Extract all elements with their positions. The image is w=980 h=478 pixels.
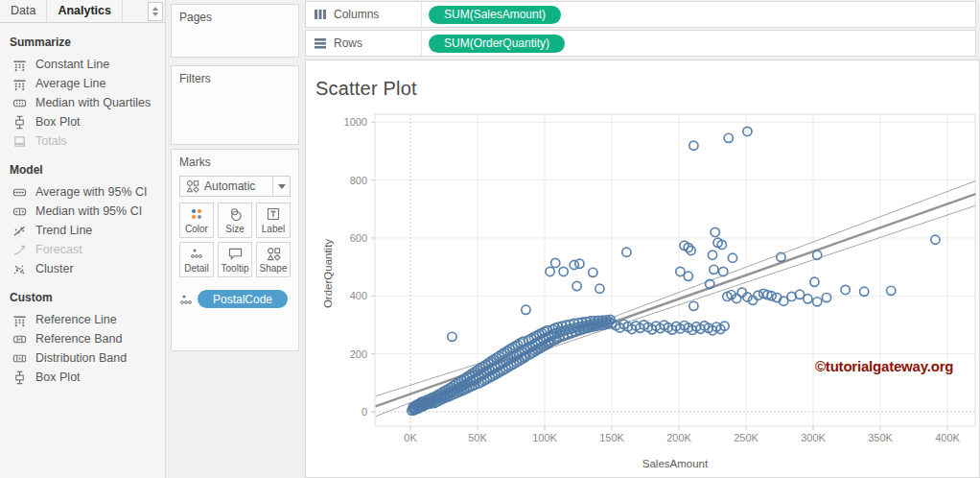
- scatter-mark[interactable]: [743, 127, 752, 135]
- size-icon: [228, 207, 243, 222]
- sidebar-item-median-with-quartiles[interactable]: Median with Quartiles: [0, 93, 165, 112]
- columns-shelf-head: Columns: [306, 2, 422, 27]
- shelves-topbar: Columns SUM(SalesAmount) Rows SUM(OrderQ…: [305, 0, 980, 60]
- detail-button[interactable]: Detail: [179, 242, 214, 277]
- sidebar-item-label: Cluster: [35, 262, 74, 275]
- scatter-mark[interactable]: [684, 272, 692, 280]
- rows-shelf-head: Rows: [306, 31, 422, 56]
- forecast-icon: [12, 243, 27, 257]
- scatter-mark[interactable]: [710, 265, 718, 274]
- pages-shelf-label: Pages: [172, 5, 298, 26]
- label-button[interactable]: Label: [256, 203, 291, 238]
- x-tick-label: 400K: [935, 432, 960, 443]
- mark-button-label: Detail: [184, 263, 209, 274]
- box-plot-icon: [12, 370, 27, 385]
- scatter-mark[interactable]: [931, 235, 940, 244]
- scatter-mark[interactable]: [754, 291, 762, 299]
- sidebar-item-label: Reference Line: [35, 313, 117, 326]
- totals-icon: [12, 134, 27, 149]
- scatter-mark[interactable]: [841, 285, 850, 294]
- scatter-mark[interactable]: [595, 284, 604, 293]
- tooltip-button[interactable]: Tooltip: [218, 242, 252, 277]
- y-axis-title[interactable]: OrderQuantity: [322, 239, 334, 308]
- shape-button[interactable]: Shape: [256, 242, 291, 277]
- scatter-mark[interactable]: [719, 267, 728, 275]
- sidebar-item-box-plot[interactable]: Box Plot: [0, 112, 165, 131]
- pane-resize-control[interactable]: [148, 2, 163, 21]
- sidebar-item-label: Box Plot: [35, 115, 81, 129]
- sidebar-item-constant-line[interactable]: Constant Line: [0, 55, 165, 74]
- color-icon: [190, 207, 203, 222]
- y-tick-label: 400: [350, 290, 367, 301]
- sidebar-item-trend-line[interactable]: Trend Line: [0, 221, 165, 240]
- sidebar-item-forecast[interactable]: Forecast: [0, 240, 165, 259]
- tab-data[interactable]: Data: [0, 0, 47, 22]
- sidebar-item-average-with-95-ci[interactable]: Average with 95% CI: [0, 182, 165, 202]
- scatter-mark[interactable]: [448, 332, 456, 341]
- columns-shelf[interactable]: Columns SUM(SalesAmount): [305, 1, 976, 28]
- mark-type-dropdown[interactable]: Automatic: [179, 176, 291, 197]
- scatter-mark[interactable]: [522, 305, 530, 314]
- tab-analytics[interactable]: Analytics: [47, 0, 123, 22]
- color-button[interactable]: Color: [179, 203, 214, 238]
- scatter-mark[interactable]: [810, 277, 819, 286]
- x-tick-label: 0K: [404, 432, 417, 443]
- arrow-up-icon: [152, 7, 158, 11]
- scatter-mark[interactable]: [689, 301, 698, 310]
- sidebar-item-distribution-band[interactable]: Distribution Band: [0, 348, 165, 368]
- sidebar-item-label: Average Line: [35, 77, 105, 90]
- worksheet-view: 0K50K100K150K200K250K300K350K400K0200400…: [305, 60, 980, 478]
- filters-shelf[interactable]: Filters: [171, 65, 299, 145]
- sidebar-item-reference-band[interactable]: Reference Band: [0, 329, 165, 348]
- mark-button-label: Size: [225, 224, 244, 234]
- shapes-icon: [185, 179, 200, 193]
- scatter-mark[interactable]: [887, 286, 896, 295]
- detail-icon: [190, 247, 203, 261]
- scatter-mark[interactable]: [622, 248, 631, 256]
- distribution-band-icon: [12, 351, 27, 366]
- rows-shelf[interactable]: Rows SUM(OrderQuantity): [305, 30, 976, 57]
- scatter-mark[interactable]: [822, 294, 830, 302]
- sidebar-item-box-plot[interactable]: Box Plot: [0, 368, 165, 387]
- y-tick-label: 800: [350, 175, 367, 186]
- sidebar-item-median-with-95-ci[interactable]: Median with 95% CI: [0, 202, 165, 221]
- scatter-mark[interactable]: [724, 133, 733, 142]
- scatter-mark[interactable]: [575, 259, 584, 268]
- size-button[interactable]: Size: [218, 203, 252, 238]
- arrow-down-icon: [152, 12, 158, 16]
- dropdown-caret[interactable]: [272, 177, 290, 196]
- median-quartiles-icon: [12, 96, 27, 110]
- postalcode-pill[interactable]: PostalCode: [198, 290, 288, 308]
- x-axis-title[interactable]: SalesAmount: [642, 458, 709, 469]
- sidebar-item-average-line[interactable]: Average Line: [0, 74, 165, 93]
- shape-icon: [267, 247, 281, 261]
- scatter-mark[interactable]: [728, 253, 736, 262]
- x-tick-label: 200K: [666, 432, 691, 443]
- scatter-mark[interactable]: [572, 281, 581, 290]
- scatter-mark[interactable]: [708, 251, 716, 259]
- rows-measure-pill[interactable]: SUM(OrderQuantity): [429, 35, 565, 53]
- marks-buttons: ColorSizeLabelDetailTooltipShape: [179, 203, 291, 277]
- pages-shelf[interactable]: Pages: [171, 4, 299, 58]
- sidebar-item-totals[interactable]: Totals: [0, 131, 165, 151]
- scatter-mark[interactable]: [551, 258, 560, 267]
- x-tick-label: 150K: [599, 432, 624, 443]
- scatter-mark[interactable]: [559, 267, 568, 275]
- marks-card: Marks Automatic ColorSizeLabelDetailTool…: [171, 149, 299, 351]
- scatter-mark[interactable]: [813, 298, 822, 306]
- scatter-mark[interactable]: [589, 268, 597, 276]
- scatter-mark[interactable]: [860, 287, 869, 296]
- scatter-mark[interactable]: [546, 267, 554, 275]
- tableau-window: Data Analytics SummarizeConstant LineAve…: [0, 0, 980, 478]
- scatter-mark[interactable]: [689, 141, 698, 150]
- y-tick-label: 200: [350, 348, 367, 360]
- marks-pill-row: PostalCode: [179, 290, 298, 308]
- x-tick-label: 300K: [801, 432, 826, 443]
- constant-line-icon: [12, 58, 27, 72]
- scatter-plot-canvas[interactable]: 0K50K100K150K200K250K300K350K400K0200400…: [306, 60, 980, 478]
- y-tick-label: 600: [350, 232, 367, 244]
- sidebar-item-reference-line[interactable]: Reference Line: [0, 310, 165, 329]
- columns-measure-pill[interactable]: SUM(SalesAmount): [429, 6, 561, 24]
- scatter-mark[interactable]: [711, 227, 719, 236]
- sidebar-item-cluster[interactable]: Cluster: [0, 259, 165, 278]
